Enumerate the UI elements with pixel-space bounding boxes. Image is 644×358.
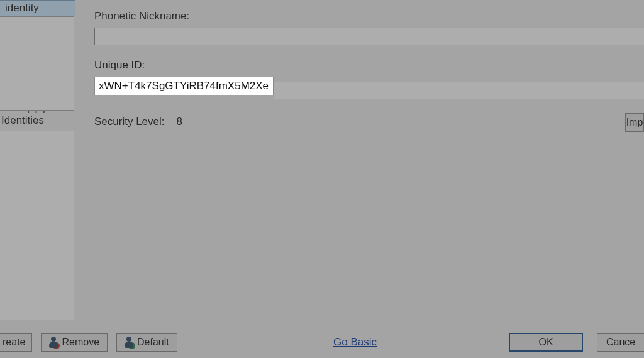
phonetic-nickname-label: Phonetic Nickname: [94,10,644,23]
person-default-icon: ✓ [125,337,133,348]
identity-list-panel[interactable] [0,16,74,111]
identities-section-header: • • • Identities [0,111,74,127]
identity-sidebar: identity • • • Identities [0,0,79,327]
identity-form: Phonetic Nickname: Unique ID: [94,10,644,109]
create-button[interactable]: reate [0,333,32,352]
security-level-row: Security Level: 8 [94,116,182,128]
identities-label: Identities [0,114,74,127]
person-remove-icon: − [49,337,58,348]
phonetic-nickname-input[interactable] [94,28,644,45]
unique-id-input[interactable] [94,77,274,95]
security-level-label: Security Level: [94,116,165,127]
unique-id-label: Unique ID: [94,59,644,72]
cancel-button[interactable]: Cance [597,333,644,352]
go-basic-link[interactable]: Go Basic [333,336,377,349]
minus-badge-icon: − [53,342,60,349]
improve-button-label: Imp [626,117,643,128]
ok-button[interactable]: OK [509,333,583,352]
improve-button[interactable]: Imp [625,113,644,132]
bottom-toolbar: reate − Remove ✓ Default Go Basic OK Can… [0,332,644,353]
check-badge-icon: ✓ [128,342,135,349]
security-level-value: 8 [176,116,182,127]
create-button-label: reate [3,337,25,348]
remove-button[interactable]: − Remove [41,333,108,352]
identity-item-label: identity [5,2,39,14]
default-button[interactable]: ✓ Default [116,333,177,352]
default-button-label: Default [137,337,169,348]
cancel-button-label: Cance [606,337,635,348]
remove-button-label: Remove [62,337,99,348]
identities-list-panel[interactable] [0,131,74,320]
ok-button-label: OK [538,337,553,348]
identity-list-item-selected[interactable]: identity [0,0,75,16]
